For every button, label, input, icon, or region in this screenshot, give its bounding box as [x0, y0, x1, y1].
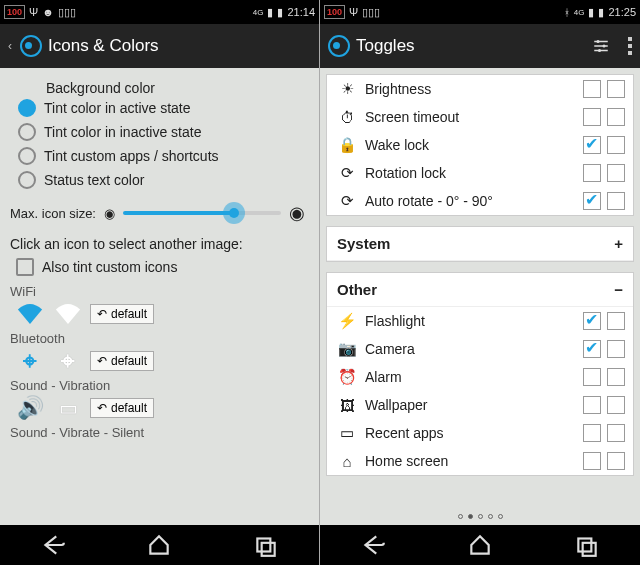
- checkbox-secondary[interactable]: [607, 136, 625, 154]
- radio-bg-label[interactable]: Background color: [8, 80, 311, 96]
- toggle-icon: ⌂: [337, 453, 357, 470]
- battery-badge: 100: [4, 5, 25, 19]
- clock: 21:14: [287, 6, 315, 18]
- system-card: System +: [326, 226, 634, 262]
- phone-left: 100 Ψ ☻ ▯▯▯ 4G ▮ ▮ 21:14 ‹ Icons & Color…: [0, 0, 320, 565]
- radio-icon: [18, 147, 36, 165]
- toggle-row: 🖼Wallpaper: [327, 391, 633, 419]
- svg-point-2: [597, 40, 600, 43]
- radio-icon: [18, 123, 36, 141]
- battery-icon: ▮: [598, 6, 604, 19]
- app-icon[interactable]: [328, 35, 350, 57]
- checkbox-icon[interactable]: [16, 258, 34, 276]
- other-card: Other − ⚡Flashlight📷Camera⏰Alarm🖼Wallpap…: [326, 272, 634, 476]
- toggle-icon: 📷: [337, 340, 357, 358]
- home-button[interactable]: [467, 532, 493, 558]
- checkbox-enabled[interactable]: [583, 136, 601, 154]
- toggle-row: ▭Recent apps: [327, 419, 633, 447]
- 4g-icon: 4G: [574, 8, 585, 17]
- recents-button[interactable]: [253, 532, 279, 558]
- toggle-row: ⏱Screen timeout: [327, 103, 633, 131]
- checkbox-secondary[interactable]: [607, 108, 625, 126]
- toggle-icon: ⏰: [337, 368, 357, 386]
- toggle-label: Camera: [365, 341, 575, 357]
- checkbox-secondary[interactable]: [607, 368, 625, 386]
- battery-badge: 100: [324, 5, 345, 19]
- bt-default-button[interactable]: ↶ default: [90, 351, 154, 371]
- svg-rect-6: [582, 543, 595, 556]
- radio-active[interactable]: Tint color in active state: [8, 96, 311, 120]
- collapse-icon[interactable]: −: [614, 281, 623, 298]
- recents-button[interactable]: [574, 532, 600, 558]
- radio-inactive[interactable]: Tint color in inactive state: [8, 120, 311, 144]
- toggle-label: Auto rotate - 0° - 90°: [365, 193, 575, 209]
- checkbox-enabled[interactable]: [583, 396, 601, 414]
- back-button[interactable]: [360, 532, 386, 558]
- vib-inactive-icon[interactable]: ▭: [52, 395, 84, 421]
- checkbox-secondary[interactable]: [607, 312, 625, 330]
- svg-rect-0: [257, 539, 270, 552]
- home-button[interactable]: [146, 532, 172, 558]
- radio-icon: [18, 171, 36, 189]
- checkbox-secondary[interactable]: [607, 340, 625, 358]
- soundvib-label: Sound - Vibration: [10, 378, 311, 393]
- toggle-icon: ⚡: [337, 312, 357, 330]
- overflow-menu[interactable]: [628, 37, 632, 55]
- toggle-icon: ⟳: [337, 192, 357, 210]
- app-icon[interactable]: [20, 35, 42, 57]
- settings-sliders-icon[interactable]: [592, 37, 610, 55]
- wifi-default-button[interactable]: ↶ default: [90, 304, 154, 324]
- page-indicator: [320, 507, 640, 525]
- checkbox-secondary[interactable]: [607, 424, 625, 442]
- radio-status[interactable]: Status text color: [8, 168, 311, 192]
- toggle-label: Wake lock: [365, 137, 575, 153]
- checkbox-secondary[interactable]: [607, 80, 625, 98]
- toggle-icon: ▭: [337, 424, 357, 442]
- wifi-active-icon[interactable]: [14, 301, 46, 327]
- checkbox-secondary[interactable]: [607, 452, 625, 470]
- also-tint-row[interactable]: Also tint custom icons: [16, 258, 311, 276]
- radio-custom[interactable]: Tint custom apps / shortcuts: [8, 144, 311, 168]
- checkbox-enabled[interactable]: [583, 452, 601, 470]
- toggle-group-top: ☀Brightness⏱Screen timeout🔒Wake lock⟳Rot…: [326, 74, 634, 216]
- checkbox-enabled[interactable]: [583, 424, 601, 442]
- back-button[interactable]: [40, 532, 66, 558]
- eye-max-icon: ◉: [289, 202, 305, 224]
- checkbox-enabled[interactable]: [583, 164, 601, 182]
- checkbox-secondary[interactable]: [607, 192, 625, 210]
- eye-min-icon: ◉: [104, 206, 115, 221]
- signal-strength-icon: ▮: [267, 6, 273, 19]
- system-header[interactable]: System +: [327, 227, 633, 261]
- statusbar: 100 Ψ ▯▯▯ ᚼ 4G ▮ ▮ 21:25: [320, 0, 640, 24]
- navbar: [320, 525, 640, 565]
- toggle-row: ⚡Flashlight: [327, 307, 633, 335]
- toggle-label: Brightness: [365, 81, 575, 97]
- svg-rect-5: [578, 539, 591, 552]
- navbar: [0, 525, 319, 565]
- wifi-inactive-icon[interactable]: [52, 301, 84, 327]
- usb-icon: Ψ: [349, 6, 358, 18]
- checkbox-enabled[interactable]: [583, 368, 601, 386]
- checkbox-secondary[interactable]: [607, 396, 625, 414]
- bt-active-icon[interactable]: ⌖: [14, 348, 46, 374]
- toggle-row: ⏰Alarm: [327, 363, 633, 391]
- slider-thumb[interactable]: [223, 202, 245, 224]
- checkbox-enabled[interactable]: [583, 340, 601, 358]
- icon-size-slider[interactable]: [123, 211, 281, 215]
- sv-default-button[interactable]: ↶ default: [90, 398, 154, 418]
- bt-inactive-icon[interactable]: ⌖: [52, 348, 84, 374]
- svg-point-3: [603, 45, 606, 48]
- chat-icon: ☻: [42, 6, 54, 18]
- sound-active-icon[interactable]: 🔊: [14, 395, 46, 421]
- checkbox-secondary[interactable]: [607, 164, 625, 182]
- toggle-row: 📷Camera: [327, 335, 633, 363]
- other-header[interactable]: Other −: [327, 273, 633, 307]
- expand-icon[interactable]: +: [614, 235, 623, 252]
- back-caret-icon[interactable]: ‹: [8, 39, 12, 53]
- bt-icon: ᚼ: [564, 7, 570, 18]
- checkbox-enabled[interactable]: [583, 192, 601, 210]
- checkbox-enabled[interactable]: [583, 108, 601, 126]
- checkbox-enabled[interactable]: [583, 80, 601, 98]
- checkbox-enabled[interactable]: [583, 312, 601, 330]
- toggle-label: Wallpaper: [365, 397, 575, 413]
